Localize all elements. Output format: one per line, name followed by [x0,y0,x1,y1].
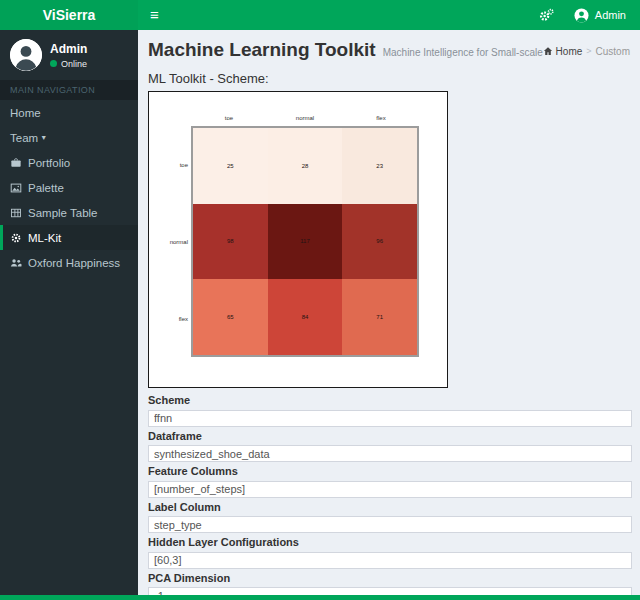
form-group-scheme: Scheme [148,394,632,427]
table-icon [10,207,28,219]
sidebar-item-palette[interactable]: Palette [0,175,138,200]
brand-label: ViSierra [43,7,96,23]
sidebar-item-label: ML-Kit [28,232,61,244]
breadcrumb-home-label: Home [556,46,583,57]
hidden-layer-configurations-input[interactable] [148,552,632,569]
form-group-feature-columns: Feature Columns [148,465,632,498]
sidebar-menu: HomeTeam▼PortfolioPaletteSample TableML-… [0,100,138,275]
heatmap-y-tick-label: normal [149,203,188,280]
form-group-hidden-layer-configurations: Hidden Layer Configurations [148,536,632,569]
form-group-label-column: Label Column [148,501,632,534]
heatmap-cell-toe-toe: 25 [193,128,268,204]
top-navbar: ViSierra ≡ [0,0,640,30]
sidebar: Admin Online MAIN NAVIGATION HomeTeam▼Po… [0,30,138,600]
heatmap-cell-flex-normal: 84 [268,279,343,355]
field-label-pca-dimension: PCA Dimension [148,572,632,584]
navbar-user-menu[interactable]: Admin [574,8,626,23]
field-label-dataframe: Dataframe [148,430,632,442]
page-subtitle: Machine Intelligence for Small-scale Pre… [383,47,543,58]
app-window: ViSierra ≡ [0,0,640,600]
form-group-dataframe: Dataframe [148,430,632,463]
sidebar-item-label: Team [10,132,38,144]
heatmap-x-tick-label: normal [267,115,343,121]
image-icon [10,182,28,194]
sidebar-item-home[interactable]: Home [0,100,138,125]
sidebar-item-label: Home [10,107,41,119]
content-header: Machine Learning Toolkit Machine Intelli… [138,30,640,61]
sidebar-toggle-icon[interactable]: ≡ [138,0,171,30]
sidebar-item-label: Portfolio [28,157,70,169]
online-status-label: Online [61,59,87,69]
breadcrumb-home-link[interactable]: Home [543,46,583,57]
brand-logo[interactable]: ViSierra [0,0,138,30]
label-column-input[interactable] [148,516,632,533]
heatmap-x-tick-label: flex [343,115,419,121]
heatmap-cell-toe-normal: 28 [268,128,343,204]
page-title: Machine Learning Toolkit [148,39,376,61]
heatmap-cell-normal-normal: 117 [268,204,343,280]
heatmap-cell-normal-toe: 98 [193,204,268,280]
navbar-user-label: Admin [595,9,626,21]
heatmap-y-tick-label: flex [149,280,188,357]
breadcrumb-current: Custom [596,46,630,57]
briefcase-icon [10,157,28,169]
heatmap-cell-flex-toe: 65 [193,279,268,355]
sidebar-item-label: Sample Table [28,207,97,219]
sidebar-section-header: MAIN NAVIGATION [0,80,138,100]
sidebar-item-portfolio[interactable]: Portfolio [0,150,138,175]
person-icon [10,39,42,71]
main-content: Machine Learning Toolkit Machine Intelli… [138,30,640,600]
feature-columns-input[interactable] [148,481,632,498]
ml-form: SchemeDataframeFeature ColumnsLabel Colu… [138,392,640,600]
sidebar-item-sample-table[interactable]: Sample Table [0,200,138,225]
heatmap-cell-toe-flex: 23 [342,128,417,204]
home-icon [543,46,553,56]
users-icon [10,257,28,269]
breadcrumb: Home > Custom [543,46,630,57]
sidebar-item-oxford-happiness[interactable]: Oxford Happiness [0,250,138,275]
online-dot-icon [50,60,57,67]
sidebar-item-label: Oxford Happiness [28,257,120,269]
heatmap-x-tick-label: toe [191,115,267,121]
dataframe-input[interactable] [148,445,632,462]
sidebar-user-panel: Admin Online [0,30,138,80]
gears-icon[interactable] [539,8,554,23]
chevron-down-icon: ▼ [40,134,47,141]
heatmap-cell-flex-flex: 71 [342,279,417,355]
heatmap-cell-normal-flex: 96 [342,204,417,280]
sidebar-user-status[interactable]: Online [50,59,87,69]
heatmap-y-tick-label: toe [149,126,188,203]
scheme-input[interactable] [148,410,632,427]
heatmap-section-label: ML Toolkit - Scheme: [148,71,630,86]
sidebar-user-name: Admin [50,42,87,56]
navbar-right: Admin [539,8,640,23]
sidebar-user-info: Admin Online [50,42,87,69]
gear-icon [10,232,28,244]
field-label-feature-columns: Feature Columns [148,465,632,477]
field-label-scheme: Scheme [148,394,632,406]
field-label-hidden-layer-configurations: Hidden Layer Configurations [148,536,632,548]
footer-accent-strip [0,595,640,600]
sidebar-item-team[interactable]: Team▼ [0,125,138,150]
user-avatar-icon [574,8,589,23]
navbar-main: ≡ [138,0,640,30]
sidebar-item-ml-kit[interactable]: ML-Kit [0,225,138,250]
sidebar-item-label: Palette [28,182,64,194]
field-label-label-column: Label Column [148,501,632,513]
breadcrumb-separator: > [586,46,591,56]
heatmap-figure: 2528239811796658471 toenormalflex toenor… [148,91,448,388]
heatmap-grid: 2528239811796658471 [191,126,419,357]
